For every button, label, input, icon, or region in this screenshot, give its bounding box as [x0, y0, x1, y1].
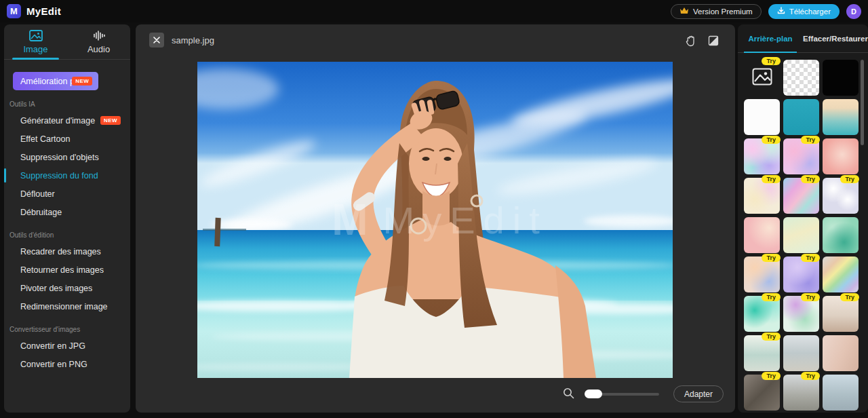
background-thumbnail-holographic-pastel[interactable]: Try — [744, 138, 780, 174]
tab-background[interactable]: Arrière-plan — [738, 24, 803, 52]
background-thumbnail-coral-sparkle[interactable] — [823, 138, 859, 174]
background-thumbnail-green-watercolor[interactable] — [823, 217, 859, 253]
sidebar-item-recadrer-des-images[interactable]: Recadrer des images — [4, 242, 130, 261]
background-thumbnail-peach-blue-pastel[interactable]: Try — [744, 256, 780, 292]
background-thumbnail-hazy-beach-beige[interactable]: Try — [823, 296, 859, 332]
background-thumbnail-pink-wall-shadow[interactable] — [823, 335, 859, 371]
try-badge: Try — [762, 175, 781, 183]
sidebar-item-convertir-en-jpg[interactable]: Convertir en JPG — [4, 337, 130, 355]
sidebar-item-label: Effet Cartoon — [20, 134, 70, 144]
pan-hand-icon[interactable] — [684, 34, 697, 48]
background-thumbnail-lavender-pastel[interactable]: Try — [783, 256, 819, 292]
background-thumbnail-rainbow[interactable] — [823, 256, 859, 292]
compare-before-after-icon[interactable] — [707, 34, 720, 48]
sidebar-item-suppression-du-fond[interactable]: Suppression du fond — [4, 166, 130, 185]
background-thumbnail-teal[interactable] — [783, 99, 819, 135]
try-badge: Try — [840, 175, 859, 183]
sidebar-item-label: Convertir en JPG — [20, 341, 85, 351]
background-thumbnail-dark-blur[interactable]: Try — [744, 375, 780, 411]
photo-enhance-button[interactable]: Amélioration photo NEW — [13, 72, 98, 90]
download-icon — [777, 7, 785, 16]
background-thumbnail-peach-teal-gradient[interactable] — [823, 99, 859, 135]
background-thumbnail-beach-shoreline[interactable] — [783, 335, 819, 371]
background-thumbnail-white[interactable] — [744, 99, 780, 135]
user-avatar[interactable]: D — [846, 4, 861, 19]
background-thumbnail-mint-cream[interactable] — [783, 217, 819, 253]
sidebar: Image Audio Amélioration photo NEW Outil… — [4, 24, 130, 413]
sidebar-item-de-flouter[interactable]: Déflouter — [4, 185, 130, 203]
image-icon — [29, 30, 43, 41]
sidebar-item-label: Retourner des images — [20, 265, 104, 275]
audio-waveform-icon — [92, 30, 106, 41]
edited-image[interactable]: M MyEdit — [197, 62, 673, 378]
brand[interactable]: M MyEdit — [7, 4, 61, 18]
sidebar-section: Outils IAGénérateur d'imageNEWEffet Cart… — [4, 100, 130, 221]
try-badge: Try — [801, 175, 820, 183]
fit-button[interactable]: Adapter — [673, 385, 724, 402]
background-thumbnail-blue-haze[interactable] — [823, 375, 859, 411]
sidebar-tabs: Image Audio — [4, 24, 130, 60]
premium-label: Version Premium — [693, 7, 753, 16]
canvas-header: sample.jpg — [136, 24, 735, 54]
try-badge: Try — [762, 254, 781, 262]
sidebar-item-label: Suppression du fond — [20, 171, 98, 180]
sidebar-item-label: Débruitage — [20, 208, 62, 217]
background-thumbnail-holographic-swirl[interactable]: Try — [783, 178, 819, 214]
try-badge: Try — [762, 372, 781, 380]
editor-canvas-panel: sample.jpg — [136, 24, 735, 413]
zoom-magnifier-icon — [563, 387, 574, 402]
sidebar-item-convertir-en-png[interactable]: Convertir en PNG — [4, 355, 130, 373]
sidebar-item-label: Convertir en PNG — [20, 360, 87, 369]
try-badge: Try — [801, 372, 820, 380]
sidebar-item-suppression-d-objets[interactable]: Suppression d'objets — [4, 148, 130, 166]
background-thumbnail-black[interactable] — [823, 60, 859, 96]
zoom-slider[interactable] — [585, 393, 659, 396]
right-panel-tabs: Arrière-plan Effacer/Restaurer — [738, 24, 868, 53]
tab-erase-restore[interactable]: Effacer/Restaurer — [803, 24, 868, 52]
sidebar-item-label: Recadrer des images — [20, 247, 101, 256]
sidebar-item-effet-cartoon[interactable]: Effet Cartoon — [4, 130, 130, 148]
background-panel: Arrière-plan Effacer/Restaurer TryTryTry… — [738, 24, 868, 413]
background-thumbnail-pink-peach-soft[interactable] — [744, 217, 780, 253]
sidebar-item-label: Déflouter — [20, 189, 55, 199]
new-badge: NEW — [100, 116, 121, 125]
custom-image-icon — [752, 68, 772, 88]
background-thumbnail-gray-field[interactable]: Try — [783, 375, 819, 411]
background-thumbnail-pink-purple-pastel[interactable]: Try — [783, 138, 819, 174]
sidebar-section-title: Outils IA — [4, 100, 130, 108]
sidebar-item-label: Pivoter des images — [20, 284, 92, 293]
background-thumbnail-cream-pink-bokeh[interactable]: Try — [744, 178, 780, 214]
try-badge: Try — [762, 293, 781, 301]
sidebar-section: Convertisseur d'imagesConvertir en JPGCo… — [4, 326, 130, 373]
sidebar-section-title: Convertisseur d'images — [4, 326, 130, 333]
zoom-slider-thumb[interactable] — [585, 390, 602, 398]
close-image-button[interactable] — [149, 33, 164, 48]
sidebar-item-redimensionner-image[interactable]: Redimensionner image — [4, 297, 130, 316]
background-thumbnail-white-bokeh[interactable]: Try — [823, 178, 859, 214]
image-filename: sample.jpg — [172, 35, 214, 45]
panel-scrollbar[interactable] — [861, 60, 864, 145]
background-thumbnail-custom-image[interactable]: Try — [744, 60, 780, 96]
background-thumbnail-purple-green-watercolor[interactable]: Try — [783, 296, 819, 332]
background-thumbnail-hazy-beach-teal[interactable]: Try — [744, 335, 780, 371]
sidebar-item-pivoter-des-images[interactable]: Pivoter des images — [4, 279, 130, 297]
sidebar-item-retourner-des-images[interactable]: Retourner des images — [4, 261, 130, 279]
background-thumbnail-teal-watercolor[interactable]: Try — [744, 296, 780, 332]
premium-button[interactable]: Version Premium — [671, 4, 762, 19]
sidebar-item-label: Redimensionner image — [20, 302, 108, 311]
sidebar-item-de-bruitage[interactable]: Débruitage — [4, 203, 130, 221]
tab-image[interactable]: Image — [4, 30, 67, 59]
myedit-logo-icon: M — [7, 4, 21, 18]
crown-icon — [679, 7, 689, 16]
tab-audio-label: Audio — [87, 44, 110, 54]
sidebar-item-ge-ne-rateur-d-image[interactable]: Générateur d'imageNEW — [4, 111, 130, 130]
background-thumbnail-transparent[interactable] — [783, 60, 819, 96]
try-badge: Try — [762, 136, 781, 144]
sidebar-item-label: Suppression d'objets — [20, 153, 99, 162]
try-badge: Try — [840, 293, 859, 301]
download-button[interactable]: Télécharger — [768, 4, 840, 19]
tab-image-label: Image — [23, 44, 47, 54]
background-grid: TryTryTryTryTryTryTryTryTryTryTryTryTryT… — [744, 60, 859, 411]
try-badge: Try — [801, 254, 820, 262]
tab-audio[interactable]: Audio — [67, 30, 130, 59]
